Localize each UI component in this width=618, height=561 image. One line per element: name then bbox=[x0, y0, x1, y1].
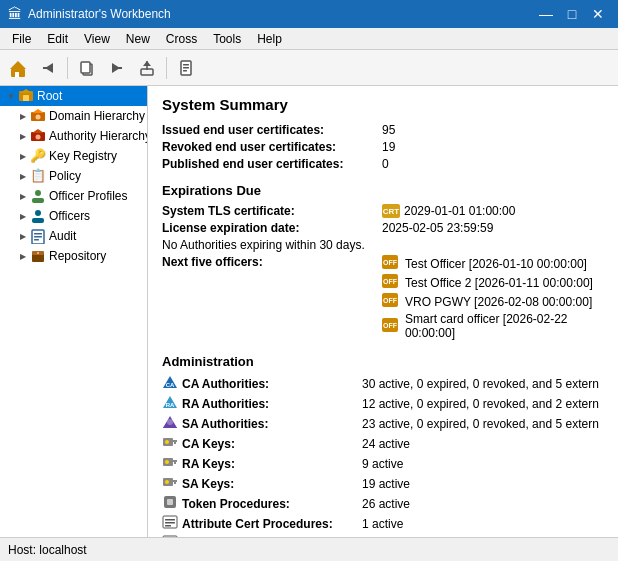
host-status: Host: localhost bbox=[8, 543, 87, 557]
svg-text:OFF: OFF bbox=[383, 278, 398, 285]
svg-rect-18 bbox=[23, 95, 29, 101]
officer-item-0: OFF Test Officer [2026-01-10 00:00:00] bbox=[382, 255, 604, 272]
menu-cross[interactable]: Cross bbox=[158, 30, 205, 48]
expand-icon-authority[interactable]: ▶ bbox=[16, 129, 30, 143]
sidebar-item-domain-hierarchy[interactable]: ▶ Domain Hierarchy bbox=[0, 106, 147, 126]
svg-rect-28 bbox=[32, 218, 44, 223]
svg-point-25 bbox=[35, 190, 41, 196]
copy-icon bbox=[78, 59, 96, 77]
sidebar-item-key-registry[interactable]: ▶ 🔑 Key Registry bbox=[0, 146, 147, 166]
svg-point-35 bbox=[37, 252, 39, 254]
authority-hierarchy-icon bbox=[30, 128, 46, 144]
document-icon bbox=[177, 59, 195, 77]
svg-text:CA: CA bbox=[166, 382, 175, 388]
license-value: 2025-02-05 23:59:59 bbox=[382, 221, 493, 235]
expand-icon-audit[interactable]: ▶ bbox=[16, 229, 30, 243]
svg-point-52 bbox=[167, 419, 173, 425]
expand-icon-officers[interactable]: ▶ bbox=[16, 209, 30, 223]
menu-edit[interactable]: Edit bbox=[39, 30, 76, 48]
issued-label: Issued end user certificates: bbox=[162, 123, 382, 137]
toolbar-copy-button[interactable] bbox=[73, 54, 101, 82]
toolbar-doc-button[interactable] bbox=[172, 54, 200, 82]
officers-row: Next five officers: OFF Test Officer [20… bbox=[162, 255, 604, 340]
admin-icon-6 bbox=[162, 495, 178, 512]
content-area: System Summary Issued end user certifica… bbox=[148, 86, 618, 537]
expand-icon-domain[interactable]: ▶ bbox=[16, 109, 30, 123]
admin-row-5: SA Keys: 19 active bbox=[162, 475, 604, 492]
svg-rect-30 bbox=[34, 233, 42, 235]
svg-rect-70 bbox=[165, 525, 171, 527]
svg-rect-26 bbox=[32, 198, 44, 203]
published-value: 0 bbox=[382, 157, 389, 171]
root-icon bbox=[18, 88, 34, 104]
admin-label-4: RA Keys: bbox=[162, 455, 362, 472]
close-button[interactable]: ✕ bbox=[586, 4, 610, 24]
admin-icon-5 bbox=[162, 475, 178, 492]
toolbar-home-button[interactable] bbox=[4, 54, 32, 82]
officer-item-2: OFF VRO PGWY [2026-02-08 00:00:00] bbox=[382, 293, 604, 310]
sidebar-item-officers[interactable]: ▶ Officers bbox=[0, 206, 147, 226]
policy-icon: 📋 bbox=[30, 168, 46, 184]
sidebar-item-officer-profiles[interactable]: ▶ Officer Profiles bbox=[0, 186, 147, 206]
sidebar-item-root[interactable]: ▼ Root bbox=[0, 86, 147, 106]
admin-value-0: 30 active, 0 expired, 0 revoked, and 5 e… bbox=[362, 377, 599, 391]
expand-icon-officer-profiles[interactable]: ▶ bbox=[16, 189, 30, 203]
toolbar-back-button[interactable] bbox=[34, 54, 62, 82]
admin-label-0: CA CA Authorities: bbox=[162, 375, 362, 392]
officer-item-3: OFF Smart card officer [2026-02-22 00:00… bbox=[382, 312, 604, 340]
expand-icon-policy[interactable]: ▶ bbox=[16, 169, 30, 183]
svg-rect-58 bbox=[171, 460, 177, 462]
published-label: Published end user certificates: bbox=[162, 157, 382, 171]
admin-row-3: CA Keys: 24 active bbox=[162, 435, 604, 452]
sidebar-item-policy[interactable]: ▶ 📋 Policy bbox=[0, 166, 147, 186]
next-officers-label: Next five officers: bbox=[162, 255, 382, 269]
toolbar-forward-button[interactable] bbox=[103, 54, 131, 82]
svg-rect-62 bbox=[171, 480, 177, 482]
svg-text:CRT: CRT bbox=[383, 207, 400, 216]
sidebar-item-repository[interactable]: ▶ Repository bbox=[0, 246, 147, 266]
admin-value-4: 9 active bbox=[362, 457, 403, 471]
key-registry-icon: 🔑 bbox=[30, 148, 46, 164]
admin-icon-7 bbox=[162, 515, 178, 532]
menu-help[interactable]: Help bbox=[249, 30, 290, 48]
administration-title: Administration bbox=[162, 354, 604, 369]
svg-rect-4 bbox=[43, 67, 53, 69]
admin-row-8: Certificate Procedures: 20 active bbox=[162, 535, 604, 537]
maximize-button[interactable]: □ bbox=[560, 4, 584, 24]
back-icon bbox=[39, 59, 57, 77]
license-label: License expiration date: bbox=[162, 221, 382, 235]
admin-label-7: Attribute Cert Procedures: bbox=[162, 515, 362, 532]
admin-value-8: 20 active bbox=[362, 537, 410, 538]
menu-tools[interactable]: Tools bbox=[205, 30, 249, 48]
officer-profiles-icon bbox=[30, 188, 46, 204]
svg-rect-66 bbox=[167, 499, 173, 505]
svg-point-64 bbox=[165, 480, 169, 484]
officer-icon-1: OFF bbox=[382, 274, 398, 291]
minimize-button[interactable]: — bbox=[534, 4, 558, 24]
sidebar-item-audit[interactable]: ▶ Audit bbox=[0, 226, 147, 246]
svg-rect-14 bbox=[183, 67, 189, 69]
tls-value: CRT 2029-01-01 01:00:00 bbox=[382, 204, 515, 218]
svg-point-21 bbox=[36, 115, 41, 120]
svg-rect-63 bbox=[174, 482, 176, 484]
app-icon: 🏛 bbox=[8, 6, 22, 22]
expand-icon-repository[interactable]: ▶ bbox=[16, 249, 30, 263]
toolbar-separator-2 bbox=[166, 57, 167, 79]
toolbar-export-button[interactable] bbox=[133, 54, 161, 82]
admin-icon-2 bbox=[162, 415, 178, 432]
expand-icon-root[interactable]: ▼ bbox=[4, 89, 18, 103]
expand-icon-key[interactable]: ▶ bbox=[16, 149, 30, 163]
status-bar: Host: localhost bbox=[0, 537, 618, 561]
issued-value: 95 bbox=[382, 123, 395, 137]
admin-icon-1: RA bbox=[162, 395, 178, 412]
menu-view[interactable]: View bbox=[76, 30, 118, 48]
menu-file[interactable]: File bbox=[4, 30, 39, 48]
svg-text:OFF: OFF bbox=[383, 259, 398, 266]
sidebar-label-domain-hierarchy: Domain Hierarchy bbox=[49, 109, 145, 123]
menu-new[interactable]: New bbox=[118, 30, 158, 48]
content-inner: System Summary Issued end user certifica… bbox=[148, 86, 618, 537]
revoked-value: 19 bbox=[382, 140, 395, 154]
svg-marker-11 bbox=[143, 61, 151, 66]
admin-label-6: Token Procedures: bbox=[162, 495, 362, 512]
sidebar-item-authority-hierarchy[interactable]: ▶ Authority Hierarchy bbox=[0, 126, 147, 146]
